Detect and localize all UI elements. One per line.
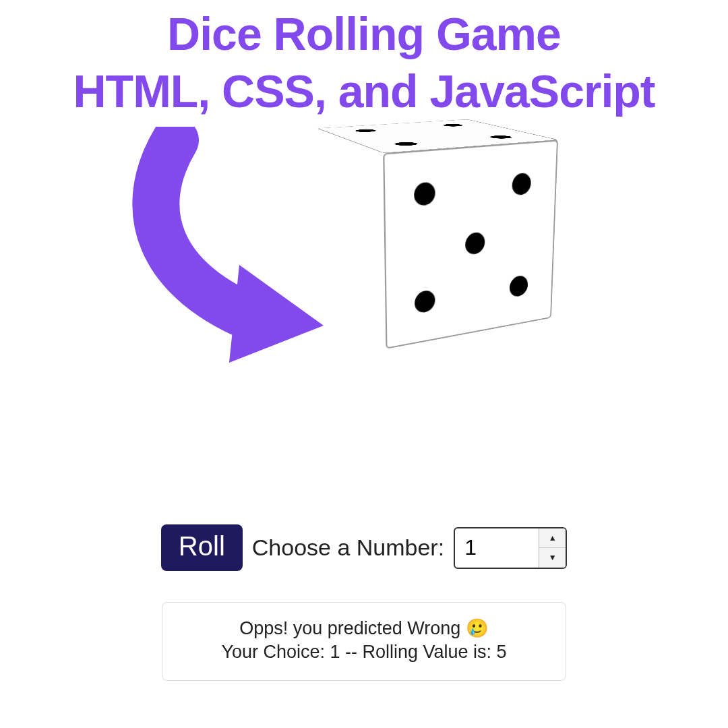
result-detail: Your Choice: 1 -- Rolling Value is: 5 (183, 642, 545, 663)
number-input-wrapper: ▲ ▼ (454, 527, 567, 569)
choose-number-label: Choose a Number: (252, 535, 444, 561)
spinner-up-button[interactable]: ▲ (539, 528, 566, 549)
controls-row: Roll Choose a Number: ▲ ▼ (0, 524, 728, 571)
hero-area (0, 120, 728, 444)
dice-face-front (383, 140, 558, 349)
number-input[interactable] (455, 528, 539, 568)
arrow-icon (115, 127, 344, 369)
result-panel: Opps! you predicted Wrong 🥲 Your Choice:… (162, 602, 566, 681)
spinner-down-button[interactable]: ▼ (539, 548, 566, 568)
number-spinner: ▲ ▼ (539, 528, 566, 568)
result-message: Opps! you predicted Wrong 🥲 (183, 617, 545, 639)
page-title: Dice Rolling Game HTML, CSS, and JavaScr… (0, 0, 728, 120)
roll-button[interactable]: Roll (161, 524, 243, 571)
title-line-2: HTML, CSS, and JavaScript (0, 63, 728, 120)
dice-image (344, 133, 519, 309)
title-line-1: Dice Rolling Game (0, 5, 728, 63)
